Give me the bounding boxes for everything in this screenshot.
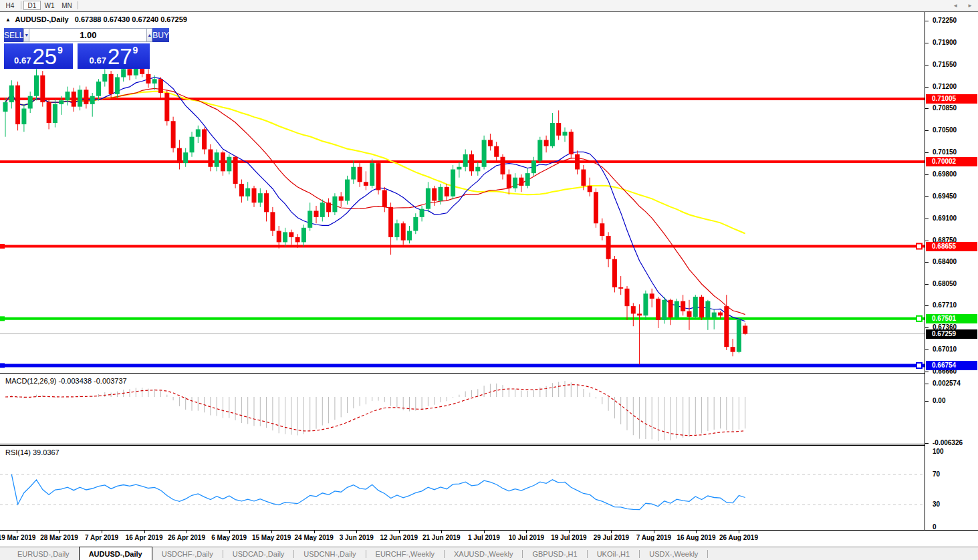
price-tick-mark — [925, 372, 929, 372]
price-axis[interactable]: 0.722500.719000.715500.712000.708500.705… — [925, 12, 978, 530]
macd-label: MACD(12,26,9) -0.003438 -0.003737 — [5, 377, 127, 385]
rsi-panel[interactable]: RSI(14) 39.0367 — [0, 446, 925, 530]
candle-body — [252, 188, 257, 203]
macd-canvas[interactable] — [0, 374, 925, 444]
candle-body — [109, 74, 114, 94]
candle-body — [681, 301, 685, 311]
candle-body — [612, 259, 617, 287]
volume-input[interactable] — [29, 28, 146, 42]
candle-body — [202, 129, 207, 149]
macd-panel[interactable]: MACD(12,26,9) -0.003438 -0.003737 — [0, 374, 925, 444]
tab-scroll-right-icon[interactable]: ► — [967, 3, 973, 9]
price-level-tag: 0.66754 — [926, 361, 977, 370]
candle-body — [245, 188, 250, 196]
price-tick-mark — [925, 219, 929, 219]
candle-body — [171, 121, 176, 148]
date-tick-mark — [739, 531, 739, 533]
candle-body — [439, 187, 443, 201]
candle-body — [413, 217, 418, 231]
price-tick-label: 0.69450 — [933, 192, 957, 200]
candle-body — [575, 154, 580, 170]
candle-body — [731, 347, 735, 352]
candle-body — [96, 82, 101, 96]
candle-body — [72, 92, 76, 107]
candle-body — [643, 293, 648, 315]
rsi-axis-label: 30 — [933, 501, 940, 508]
price-level-tag: 0.67501 — [926, 314, 977, 323]
candle-body — [283, 232, 287, 242]
candle-body — [668, 300, 673, 317]
candle-body — [737, 320, 741, 352]
date-axis[interactable]: 19 Mar 201928 Mar 20197 Apr 201916 Apr 2… — [0, 531, 978, 547]
candle-body — [196, 129, 201, 136]
chart-tab-audusd-daily[interactable]: AUDUSD-,Daily — [79, 547, 152, 560]
price-tick-mark — [925, 152, 929, 153]
chart-window: ▲ AUDUSD-,Daily 0.67388 0.67430 0.67240 … — [0, 11, 978, 546]
candle-body — [531, 160, 536, 173]
candle-body — [34, 76, 39, 96]
buy-price-button[interactable]: 0.67 27 9 — [78, 43, 150, 69]
candle-body — [501, 157, 505, 174]
tab-scroll-left-icon[interactable]: ◄ — [953, 3, 958, 9]
chart-tab-gbpusd-h1[interactable]: GBPUSD-,H1 — [523, 547, 586, 560]
sell-price-big: 25 — [32, 45, 57, 67]
collapse-panel-icon[interactable]: ▲ — [5, 17, 11, 23]
candle-body — [401, 223, 406, 240]
price-tick-label: 0.68050 — [933, 280, 957, 287]
price-tick-mark — [925, 327, 929, 328]
volume-increase-button[interactable]: ▲ — [146, 28, 152, 42]
price-tick-mark — [925, 65, 929, 65]
candle-body — [699, 297, 704, 317]
sell-button[interactable]: SELL — [4, 28, 23, 42]
candle-body — [66, 92, 70, 100]
chart-tab-usdcnh-daily[interactable]: USDCNH-,Daily — [294, 547, 365, 560]
candle-body — [426, 188, 431, 209]
candle-body — [314, 211, 319, 217]
panel-separator[interactable] — [0, 373, 978, 374]
chart-tab-usdcad-daily[interactable]: USDCAD-,Daily — [223, 547, 294, 560]
chart-tab-eurusd-daily[interactable]: EURUSD-,Daily — [8, 547, 79, 560]
candle-body — [351, 167, 356, 180]
panel-separator[interactable] — [0, 444, 978, 444]
candle-body — [687, 311, 692, 317]
candle-body — [227, 157, 231, 172]
candle-body — [326, 202, 331, 212]
candle-body — [339, 196, 344, 201]
candle-body — [146, 74, 150, 84]
candle-body — [15, 86, 20, 124]
candle-body — [358, 167, 362, 182]
chart-tab-xauusd-weekly[interactable]: XAUUSD-,Weekly — [445, 547, 522, 560]
candle-body — [345, 180, 350, 201]
timeframe-button-d1[interactable]: D1 — [23, 1, 41, 10]
price-tick-label: 0.69100 — [933, 215, 957, 222]
candle-body — [463, 154, 468, 167]
line-left-handle — [0, 244, 5, 249]
price-tick-mark — [925, 174, 929, 175]
chart-tab-usdx-weekly[interactable]: USDX-,Weekly — [640, 547, 707, 560]
candle-body — [208, 149, 213, 166]
candle-body — [718, 313, 723, 316]
chart-tab-usdchf-daily[interactable]: USDCHF-,Daily — [152, 547, 223, 560]
buy-button[interactable]: BUY — [152, 28, 169, 42]
candle-body — [482, 140, 487, 166]
chart-tab-eurchf-weekly[interactable]: EURCHF-,Weekly — [366, 547, 444, 560]
timeframe-button-h4[interactable]: H4 — [1, 1, 19, 10]
timeframe-button-mn[interactable]: MN — [58, 1, 76, 10]
rsi-label: RSI(14) 39.0367 — [5, 448, 59, 456]
rsi-canvas[interactable] — [0, 446, 925, 530]
candle-body — [693, 297, 698, 317]
candle-body — [618, 287, 623, 289]
candle-body — [382, 190, 387, 206]
chart-tab-ukoil-h1[interactable]: UKOil-,H1 — [588, 547, 640, 560]
date-tick-mark — [611, 531, 612, 533]
main-chart-panel[interactable]: ▲ AUDUSD-,Daily 0.67388 0.67430 0.67240 … — [0, 13, 925, 373]
sell-price-button[interactable]: 0.67 25 9 — [4, 43, 73, 69]
volume-decrease-button[interactable]: ▼ — [23, 28, 29, 42]
price-tick-label: 0.70500 — [933, 126, 957, 134]
price-tick-mark — [925, 21, 929, 21]
date-tick-mark — [144, 531, 145, 533]
timeframe-button-w1[interactable]: W1 — [41, 1, 58, 10]
candle-body — [28, 96, 33, 109]
candle-body — [457, 167, 461, 170]
candle-body — [190, 137, 195, 152]
